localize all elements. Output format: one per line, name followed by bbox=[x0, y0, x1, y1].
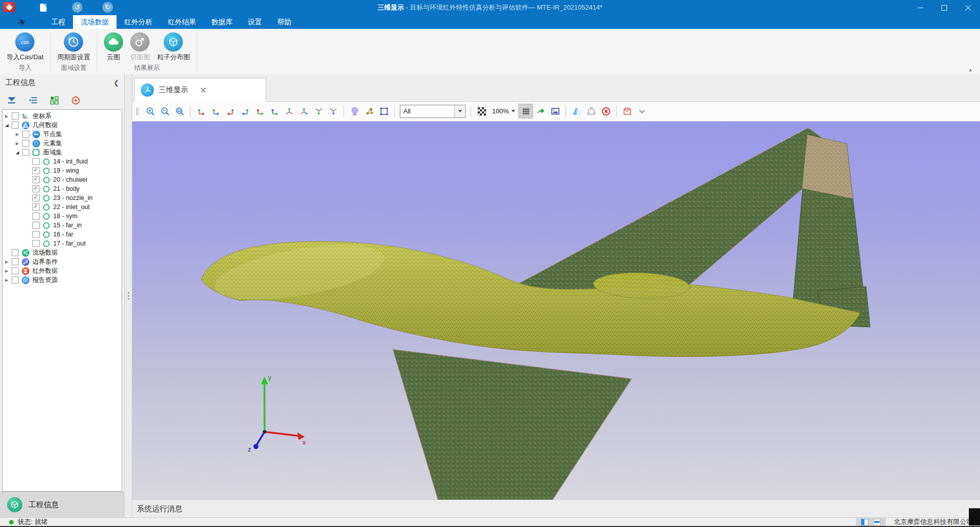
tab-close-icon[interactable] bbox=[200, 87, 207, 94]
transparency-checkerboard-icon[interactable] bbox=[474, 104, 489, 118]
redo-icon[interactable] bbox=[102, 2, 113, 13]
particle-distribution-button[interactable]: 粒子分布图 bbox=[154, 31, 194, 62]
tree-checkbox[interactable] bbox=[32, 240, 40, 247]
menu-infrared-analysis[interactable]: 红外分析 bbox=[117, 15, 160, 29]
tree-checkbox[interactable] bbox=[32, 194, 40, 201]
menu-help[interactable]: 帮助 bbox=[270, 15, 299, 29]
view-front-icon[interactable] bbox=[194, 104, 208, 118]
tree-checkbox[interactable] bbox=[12, 249, 19, 256]
tree-checkbox[interactable] bbox=[12, 267, 19, 274]
panel-footer[interactable]: 工程信息 bbox=[0, 492, 124, 517]
tree-checkbox[interactable] bbox=[22, 149, 29, 156]
snapshot-image-icon[interactable] bbox=[548, 104, 562, 118]
view-right-icon[interactable] bbox=[238, 104, 252, 118]
tree-item-flowfield-data[interactable]: 流场数据 bbox=[3, 248, 122, 257]
expander-icon[interactable] bbox=[5, 278, 12, 282]
tree-checkbox[interactable] bbox=[32, 176, 40, 183]
tree-item-surface-16[interactable]: 16 - far bbox=[3, 230, 122, 239]
app-icon[interactable] bbox=[3, 2, 15, 12]
view-top-icon[interactable] bbox=[252, 104, 267, 118]
tree-checkbox[interactable] bbox=[32, 185, 40, 192]
tree-item-surface-20[interactable]: 20 - chuiwei bbox=[3, 175, 122, 184]
menu-flowfield-data[interactable]: 流场数据 bbox=[73, 15, 117, 29]
view-iso-ne-icon[interactable] bbox=[311, 104, 326, 118]
view-back-icon[interactable] bbox=[208, 104, 223, 118]
view-iso-sw-icon[interactable] bbox=[282, 104, 296, 118]
tree-checkbox[interactable] bbox=[32, 213, 40, 220]
tree-checkbox[interactable] bbox=[32, 158, 40, 165]
zoom-out-icon[interactable] bbox=[158, 104, 172, 118]
minimize-button[interactable] bbox=[909, 0, 932, 15]
view-iso-nw-icon[interactable] bbox=[326, 104, 341, 118]
expander-icon[interactable] bbox=[16, 150, 22, 155]
mesh-grid-toggle[interactable] bbox=[518, 104, 533, 118]
tree-item-surface-18[interactable]: 18 - sym bbox=[3, 212, 122, 221]
tree-item-node-set[interactable]: 节点集 bbox=[3, 130, 122, 139]
tree-checkbox[interactable] bbox=[32, 204, 40, 211]
filter-icon[interactable] bbox=[6, 95, 17, 106]
tree-item-element-set[interactable]: 元素集 bbox=[3, 139, 122, 148]
panel-splitter[interactable] bbox=[124, 74, 132, 517]
molecule-nodes-icon[interactable] bbox=[362, 104, 376, 118]
contour-cloud-button[interactable]: 云图 bbox=[100, 31, 127, 62]
expander-icon[interactable] bbox=[5, 260, 12, 264]
undo-icon[interactable] bbox=[72, 2, 83, 13]
tree-item-boundary-conditions[interactable]: 边界条件 bbox=[3, 257, 122, 266]
viewport-zoom-control[interactable]: 100% bbox=[489, 107, 518, 115]
tree-item-geometry-data[interactable]: 几何数据 bbox=[3, 120, 122, 130]
tree-item-surface-15[interactable]: 15 - far_in bbox=[3, 221, 122, 230]
export-arrow-icon[interactable] bbox=[533, 104, 548, 118]
tab-3d-display[interactable]: 三维显示 bbox=[134, 78, 266, 102]
locate-target-icon[interactable] bbox=[70, 95, 81, 106]
tree-checkbox[interactable] bbox=[12, 112, 19, 119]
thumbnail-grid-icon[interactable] bbox=[49, 95, 60, 106]
menu-infrared-results[interactable]: 红外结果 bbox=[160, 15, 204, 29]
share-outline-icon[interactable] bbox=[584, 104, 598, 118]
tree-item-coordinate-system[interactable]: 坐标系 bbox=[3, 111, 122, 120]
menu-engineering[interactable]: 工程 bbox=[44, 15, 73, 29]
collapse-panel-icon[interactable]: ❮ bbox=[114, 79, 119, 87]
tree-item-infrared-data[interactable]: 红外数据 bbox=[3, 266, 122, 275]
mirror-icon[interactable] bbox=[569, 104, 584, 118]
tree-item-surface-set[interactable]: 面域集 bbox=[3, 148, 122, 157]
package-dropdown-chevron-icon[interactable] bbox=[634, 104, 649, 118]
tree-checkbox[interactable] bbox=[22, 140, 29, 147]
expander-icon[interactable] bbox=[16, 132, 22, 137]
periodic-surface-button[interactable]: 周期面设置 bbox=[54, 31, 94, 62]
expander-icon[interactable] bbox=[5, 123, 12, 128]
tree-item-surface-19[interactable]: 19 - wing bbox=[3, 166, 122, 175]
tree-checkbox[interactable] bbox=[12, 276, 19, 283]
collapse-ribbon-icon[interactable]: ▲ bbox=[968, 67, 973, 72]
menu-database[interactable]: 数据库 bbox=[204, 15, 240, 29]
expander-icon[interactable] bbox=[5, 269, 12, 273]
close-button[interactable] bbox=[956, 0, 980, 15]
outline-list-icon[interactable] bbox=[27, 95, 39, 106]
tree-checkbox[interactable] bbox=[32, 222, 40, 229]
tree-item-report-resources[interactable]: 报告资源 bbox=[3, 275, 122, 285]
zoom-in-icon[interactable] bbox=[143, 104, 158, 118]
import-cas-dat-button[interactable]: cas 导入Cas/Dat bbox=[3, 31, 47, 62]
display-filter-dropdown[interactable]: All bbox=[400, 105, 466, 118]
new-document-icon[interactable] bbox=[37, 2, 49, 13]
3d-viewport[interactable]: y x z bbox=[132, 121, 980, 500]
tree-item-surface-21[interactable]: 21 - body bbox=[3, 184, 122, 193]
splitter-grip[interactable] bbox=[128, 292, 129, 300]
tree-item-surface-22[interactable]: 22 - inlet_out bbox=[3, 202, 122, 212]
zoom-fit-icon[interactable] bbox=[172, 104, 187, 118]
delete-icon[interactable] bbox=[598, 104, 613, 118]
tree-item-surface-14[interactable]: 14 - int_fluid bbox=[3, 157, 122, 166]
layout-bar-icon[interactable] bbox=[873, 519, 881, 525]
dropdown-arrow-button[interactable] bbox=[454, 105, 465, 117]
package-box-icon[interactable] bbox=[620, 104, 634, 118]
toolbar-drag-handle[interactable] bbox=[136, 107, 139, 115]
expander-icon[interactable] bbox=[16, 141, 22, 146]
menu-settings[interactable]: 设置 bbox=[240, 15, 270, 29]
tree-checkbox[interactable] bbox=[12, 258, 19, 265]
layout-split-icon[interactable] bbox=[861, 519, 869, 525]
tree-checkbox[interactable] bbox=[22, 131, 29, 138]
restore-button[interactable] bbox=[932, 0, 956, 15]
view-left-icon[interactable] bbox=[223, 104, 238, 118]
tree-item-surface-23[interactable]: 23 - nozzle_in bbox=[3, 193, 122, 202]
view-iso-se-icon[interactable] bbox=[296, 104, 311, 118]
camera-view-icon[interactable] bbox=[347, 104, 362, 118]
